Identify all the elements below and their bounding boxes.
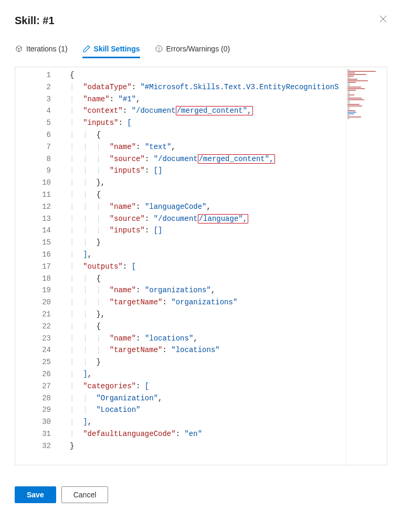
code-line[interactable]: | | { <box>70 273 345 285</box>
line-number: 13 <box>17 213 51 225</box>
line-number: 20 <box>17 296 51 308</box>
minimap-line <box>347 91 350 92</box>
line-number: 27 <box>17 380 51 392</box>
line-number: 18 <box>17 273 51 285</box>
code-line[interactable]: | | } <box>70 356 345 368</box>
code-line[interactable]: | | | "name": "languageCode", <box>70 201 345 213</box>
code-line[interactable]: | | { <box>70 321 345 333</box>
code-line[interactable]: | "categories": [ <box>70 380 345 392</box>
line-number: 10 <box>17 177 51 189</box>
minimap-line <box>347 82 356 83</box>
editor-gutter: 1234567891011121314151617181920212223242… <box>15 67 60 465</box>
minimap-line <box>347 80 368 81</box>
minimap-line <box>347 76 354 77</box>
code-line[interactable]: | | }, <box>70 177 345 189</box>
line-number: 28 <box>17 392 51 405</box>
code-line[interactable]: | | }, <box>70 308 345 321</box>
minimap-line <box>347 105 362 107</box>
minimap-line <box>347 83 350 84</box>
minimap-line <box>347 104 359 105</box>
line-number: 19 <box>17 284 51 296</box>
minimap-line <box>347 71 376 72</box>
minimap-line <box>347 72 355 73</box>
minimap-line <box>347 99 364 100</box>
minimap-line <box>347 102 350 103</box>
code-line[interactable]: | | "Organization", <box>70 392 345 405</box>
code-editor[interactable]: 1234567891011121314151617181920212223242… <box>15 67 387 465</box>
code-line[interactable]: } <box>70 440 345 452</box>
code-line[interactable]: | ], <box>70 249 345 261</box>
line-number: 1 <box>17 69 51 81</box>
minimap-line <box>347 98 362 99</box>
code-line[interactable]: | "inputs": [ <box>70 117 345 129</box>
line-number: 12 <box>17 201 51 213</box>
minimap-line <box>347 79 357 80</box>
minimap-line <box>347 87 361 88</box>
minimap-line <box>347 90 356 91</box>
line-number: 30 <box>17 416 51 428</box>
minimap-line <box>347 112 356 113</box>
line-number: 4 <box>17 105 51 117</box>
minimap-line <box>347 96 350 97</box>
code-line[interactable]: | | | "source": "/document/merged_conten… <box>70 153 345 165</box>
code-line[interactable]: | "defaultLanguageCode": "en" <box>70 428 345 440</box>
cancel-button[interactable]: Cancel <box>61 486 109 503</box>
line-number: 8 <box>17 153 51 165</box>
tab-errors-warnings[interactable]: Errors/Warnings (0) <box>155 41 230 58</box>
code-line[interactable]: | "name": "#1", <box>70 93 345 105</box>
code-line[interactable]: { <box>70 69 345 81</box>
line-number: 17 <box>17 261 51 273</box>
code-line[interactable]: | | { <box>70 129 345 141</box>
minimap-line <box>347 115 350 116</box>
code-line[interactable]: | | | "targetName": "locations" <box>70 344 345 356</box>
code-line[interactable]: | | | "inputs": [] <box>70 225 345 237</box>
svg-point-4 <box>158 50 159 51</box>
minimap-line <box>347 74 366 75</box>
minimap-line <box>347 93 350 94</box>
code-line[interactable]: | | | "source": "/document/language", <box>70 213 345 225</box>
minimap-line <box>347 77 350 78</box>
code-line[interactable]: | | | "inputs": [] <box>70 165 345 177</box>
code-line[interactable]: | | | "name": "locations", <box>70 333 345 345</box>
tab-bar: Iterations (1) Skill Settings Errors/War… <box>15 41 387 58</box>
minimap-line <box>347 85 350 86</box>
code-line[interactable]: | | | "name": "organizations", <box>70 284 345 296</box>
line-number: 11 <box>17 189 51 201</box>
editor-scrollbar[interactable] <box>379 67 387 465</box>
close-icon <box>379 15 387 23</box>
code-line[interactable]: | "odataType": "#Microsoft.Skills.Text.V… <box>70 81 345 93</box>
minimap-line <box>347 110 355 111</box>
code-line[interactable]: | | } <box>70 237 345 249</box>
error-icon <box>155 45 163 53</box>
code-line[interactable]: | | "Location" <box>70 404 345 416</box>
line-number: 22 <box>17 321 51 333</box>
line-number: 15 <box>17 237 51 249</box>
tab-skill-settings[interactable]: Skill Settings <box>82 41 140 58</box>
editor-code[interactable]: {| "odataType": "#Microsoft.Skills.Text.… <box>60 67 345 465</box>
minimap-line <box>347 116 361 118</box>
line-number: 2 <box>17 81 51 93</box>
page-title: Skill: #1 <box>15 15 55 27</box>
code-line[interactable]: | | { <box>70 189 345 201</box>
line-number: 14 <box>17 225 51 237</box>
close-button[interactable] <box>379 15 387 25</box>
minimap-line <box>347 113 354 114</box>
line-number: 6 <box>17 129 51 141</box>
line-number: 16 <box>17 249 51 261</box>
code-line[interactable]: | | | "name": "text", <box>70 141 345 153</box>
edit-icon <box>82 45 91 53</box>
tab-skill-settings-label: Skill Settings <box>94 45 140 53</box>
minimap-line <box>347 107 350 108</box>
tab-iterations[interactable]: Iterations (1) <box>15 41 68 58</box>
code-line[interactable]: | ], <box>70 368 345 380</box>
line-number: 24 <box>17 344 51 356</box>
editor-minimap[interactable] <box>346 67 379 465</box>
code-line[interactable]: | | | "targetName": "organizations" <box>70 296 345 308</box>
minimap-line <box>347 109 350 110</box>
code-line[interactable]: | "outputs": [ <box>70 261 345 273</box>
save-button[interactable]: Save <box>15 486 56 503</box>
iterations-icon <box>15 45 23 53</box>
line-number: 29 <box>17 404 51 416</box>
code-line[interactable]: | "context": "/document/merged_content", <box>70 105 345 117</box>
code-line[interactable]: | ], <box>70 416 345 428</box>
